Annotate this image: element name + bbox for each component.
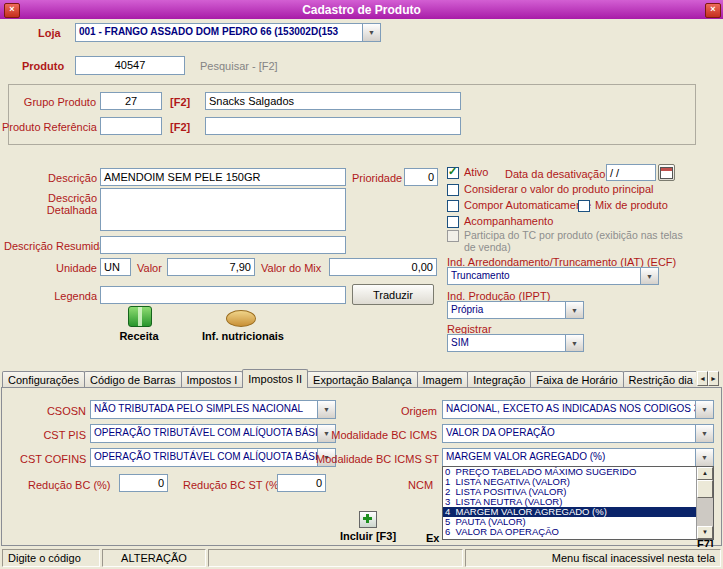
scroll-up-icon[interactable]: ▲ [697,467,713,480]
receita-label[interactable]: Receita [108,330,170,342]
produto-code-input[interactable]: 40547 [75,56,185,75]
status-empty [208,549,463,567]
descricao-detalhada-label: Descrição Detalhada [40,192,97,216]
tab-restricao-dia-da-semana[interactable]: Restrição dia da semana [623,371,696,388]
legenda-input[interactable] [100,286,346,304]
tab-configuracoes[interactable]: Configurações [2,371,85,388]
iat-combo-value: Truncamento [448,268,640,284]
dropdown-list-item[interactable]: 0 PREÇO TABELADO MÁXIMO SUGERIDO [443,467,696,477]
check-icon: ✓ [448,165,457,178]
tab-faixa-de-horario[interactable]: Faixa de Horário [530,371,623,388]
modalidade-bc-icms-st-combo[interactable]: MARGEM VALOR AGREGADO (%) ▼ [442,448,714,467]
status-mode: ALTERAÇÃO [102,549,206,567]
tab-imagem[interactable]: Imagem [417,371,469,388]
calendar-icon [660,167,673,179]
tab-impostos-i[interactable]: Impostos I [181,371,244,388]
ippt-combo-value: Própria [448,302,565,318]
csosn-combo[interactable]: NÃO TRIBUTADA PELO SIMPLES NACIONAL ▼ [90,400,336,419]
close-icon[interactable]: × [705,3,721,18]
iat-combo[interactable]: Truncamento ▼ [447,267,659,285]
inf-nutricionais-icon[interactable] [226,310,256,327]
cst-pis-label: CST PIS [30,429,86,441]
scrollbar-track[interactable] [697,498,713,526]
valor-input[interactable]: 7,90 [167,258,255,276]
compor-checkbox-label: Compor Automaticamente [464,199,591,211]
cst-pis-combo[interactable]: OPERAÇÃO TRIBUTÁVEL COM ALÍQUOTA BÁSICA … [90,424,336,443]
excluir-button-fragment[interactable]: Ex [426,532,439,544]
chevron-down-icon[interactable]: ▼ [695,425,713,442]
chevron-down-icon[interactable]: ▼ [362,24,380,41]
valor-do-mix-label: Valor do Mix [261,262,321,274]
compor-automaticamente-checkbox[interactable]: Compor Automaticamente [447,199,591,212]
chevron-down-icon[interactable]: ▼ [695,401,713,418]
calendar-button[interactable] [658,164,675,181]
inf-nutricionais-label[interactable]: Inf. nutricionais [195,330,291,342]
tab-prev-icon[interactable]: ◄ [697,371,708,386]
status-bar: Digite o código ALTERAÇÃO Menu fiscal in… [0,547,723,569]
receita-icon[interactable] [128,306,152,327]
descricao-detalhada-textarea[interactable] [100,188,346,231]
cst-cofins-combo[interactable]: OPERAÇÃO TRIBUTÁVEL COM ALÍQUOTA BÁSICA … [90,448,336,467]
considerar-valor-checkbox[interactable]: Considerar o valor do produto principal [447,183,654,196]
modalidade-bc-icms-combo-value: VALOR DA OPERAÇÃO [443,425,695,442]
tab-scroll-buttons: ◄ ► [697,371,719,386]
chevron-down-icon[interactable]: ▼ [695,449,713,466]
tab-integracao[interactable]: Integração [467,371,531,388]
chevron-down-icon[interactable]: ▼ [565,335,583,351]
participa-tc-checkbox: Participa do TC por produto (exibição na… [447,229,695,253]
loja-combo-value: 001 - FRANGO ASSADO DOM PEDRO 66 (153002… [76,24,362,41]
valor-do-mix-input[interactable]: 0,00 [329,258,437,276]
tab-impostos-ii[interactable]: Impostos II [242,369,308,388]
prioridade-input[interactable]: 0 [404,168,438,186]
tab-next-icon[interactable]: ► [708,371,719,386]
reducao-bc-st-input[interactable]: 0 [277,474,326,492]
reducao-bc-st-label: Redução BC ST (%) [183,479,282,491]
dropdown-list-item[interactable]: 6 VALOR DA OPERAÇÃO [443,527,696,537]
grupo-produto-code-input[interactable]: 27 [100,92,162,110]
mix-de-produto-checkbox[interactable]: Mix de produto [578,199,668,212]
prioridade-label: Prioridade [352,172,402,184]
chevron-down-icon[interactable]: ▼ [565,302,583,318]
valor-label: Valor [137,262,162,274]
unidade-input[interactable]: UN [100,258,131,276]
scrollbar-thumb[interactable] [697,480,713,498]
registrar-combo[interactable]: SIM ▼ [447,334,584,352]
produto-referencia-name-input[interactable] [205,117,461,135]
mix-checkbox-label: Mix de produto [595,199,668,211]
incluir-button[interactable]: Incluir [F3] [328,511,408,542]
dropdown-list-item[interactable]: 5 PAUTA (VALOR) [443,517,696,527]
dropdown-scrollbar[interactable]: ▲ ▼ [696,467,713,539]
data-desativacao-input[interactable]: / / [606,164,656,181]
descricao-input[interactable]: AMENDOIM SEM PELE 150GR [100,168,346,186]
chevron-down-icon[interactable]: ▼ [640,268,658,284]
modalidade-bc-icms-st-label: Modalidade BC ICMS ST [316,453,437,465]
loja-combo[interactable]: 001 - FRANGO ASSADO DOM PEDRO 66 (153002… [75,23,381,42]
reducao-bc-input[interactable]: 0 [119,474,168,492]
grupo-produto-name-input[interactable]: Snacks Salgados [205,92,461,110]
acompanhamento-checkbox[interactable]: Acompanhamento [447,215,553,228]
dropdown-list-item[interactable]: 3 LISTA NEUTRA (VALOR) [443,497,696,507]
title-bar[interactable]: Cadastro de Produto [0,0,723,19]
cst-cofins-label: CST COFINS [20,453,86,465]
tab-codigo-de-barras[interactable]: Código de Barras [84,371,182,388]
origem-combo[interactable]: NACIONAL, EXCETO AS INDICADAS NOS CODIGO… [442,400,714,419]
tab-bar: ConfiguraçõesCódigo de BarrasImpostos II… [2,369,696,388]
acompanhamento-checkbox-label: Acompanhamento [464,215,553,227]
scroll-down-icon[interactable]: ▼ [697,526,713,539]
close-icon[interactable]: × [4,3,20,18]
modalidade-bc-icms-combo[interactable]: VALOR DA OPERAÇÃO ▼ [442,424,714,443]
produto-label: Produto [22,60,64,72]
tab-exportacao-balanca[interactable]: Exportação Balança [307,371,417,388]
dropdown-list-item[interactable]: 2 LISTA POSITIVA (VALOR) [443,487,696,497]
chevron-down-icon[interactable]: ▼ [317,401,335,418]
dropdown-list-item[interactable]: 1 LISTA NEGATIVA (VALOR) [443,477,696,487]
ativo-checkbox[interactable]: ✓ Ativo [447,166,488,179]
legenda-label: Legenda [52,290,97,302]
descricao-resumida-input[interactable] [100,236,346,254]
traduzir-button[interactable]: Traduzir [352,284,434,305]
ativo-checkbox-box: ✓ [447,167,459,179]
modalidade-bc-icms-st-combo-value: MARGEM VALOR AGREGADO (%) [443,449,695,466]
dropdown-list-item[interactable]: 4 MARGEM VALOR AGREGADO (%) [443,507,696,517]
produto-referencia-code-input[interactable] [100,117,162,135]
ippt-combo[interactable]: Própria ▼ [447,301,584,319]
